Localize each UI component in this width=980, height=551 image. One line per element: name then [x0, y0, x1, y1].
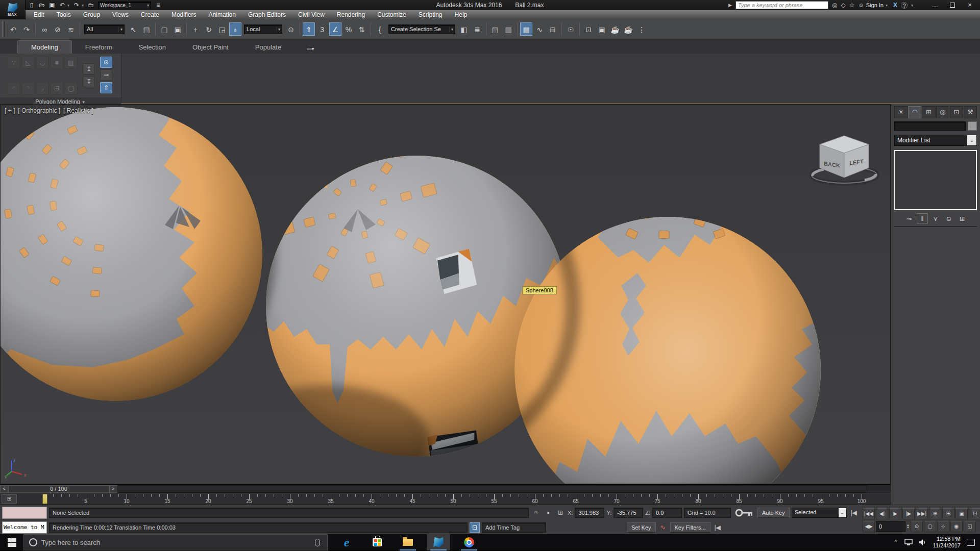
- selection-lock-icon[interactable]: ▪: [543, 509, 553, 516]
- unlink-selection-button[interactable]: ⊘: [52, 22, 64, 36]
- scrubber-track[interactable]: [117, 485, 867, 493]
- show-end-result-button[interactable]: ⇑: [100, 82, 112, 93]
- new-scene-button[interactable]: ▯: [27, 1, 37, 10]
- menu-item[interactable]: Help: [449, 11, 474, 18]
- x-coordinate-field[interactable]: 301.983: [575, 508, 604, 518]
- maximize-viewport-button[interactable]: ◱: [964, 521, 976, 532]
- undo-scene-button[interactable]: ↶: [57, 1, 67, 10]
- menu-item[interactable]: Create: [135, 11, 165, 18]
- go-to-start-button[interactable]: |◀◀: [863, 508, 875, 519]
- coordinate-system-dropdown[interactable]: Local▾: [244, 24, 282, 34]
- window-crossing-button[interactable]: ▣: [172, 22, 184, 36]
- menu-item[interactable]: Scripting: [412, 11, 449, 18]
- curve-editor-button[interactable]: ∿: [533, 22, 546, 36]
- render-iterative-button[interactable]: ☕: [622, 22, 634, 36]
- select-by-name-button[interactable]: ▤: [140, 22, 153, 36]
- microphone-icon[interactable]: [315, 539, 320, 546]
- rendered-frame-button[interactable]: ▣: [596, 22, 608, 36]
- select-object-button[interactable]: ↖: [127, 22, 139, 36]
- new-key-settings-icon[interactable]: ∿: [658, 523, 668, 531]
- auto-key-button[interactable]: Auto Key: [757, 508, 790, 518]
- isolate-selection-toggle[interactable]: ⊡: [470, 522, 480, 533]
- render-flyout-button[interactable]: ⋮: [635, 22, 648, 36]
- infocenter-search-input[interactable]: [736, 1, 828, 9]
- zoom-extents-all-button[interactable]: ⊡: [969, 508, 980, 519]
- tab-create[interactable]: ☀: [894, 106, 908, 118]
- help-icon[interactable]: ?: [901, 2, 908, 9]
- maxscript-mini-listener[interactable]: Welcome to M: [2, 521, 47, 534]
- key-step-start-button[interactable]: |◀: [849, 509, 859, 516]
- set-key-button[interactable]: Set Key: [627, 522, 656, 533]
- action-center-icon[interactable]: [967, 539, 975, 546]
- align-button[interactable]: ≣: [471, 22, 483, 36]
- frame-forward-button[interactable]: >: [109, 485, 117, 493]
- tab-modify[interactable]: ◠: [908, 106, 921, 118]
- toolbar-grip[interactable]: [2, 21, 5, 37]
- ribbon-tab[interactable]: Modeling: [17, 40, 72, 54]
- help-dropdown-arrow[interactable]: ▾: [911, 3, 915, 8]
- close-button[interactable]: ×: [967, 2, 973, 8]
- pan-button[interactable]: ⊹: [937, 521, 949, 532]
- ribbon-tab[interactable]: Selection: [126, 41, 179, 54]
- qat-customize-button[interactable]: ≡: [153, 1, 163, 10]
- redo-button[interactable]: ↷: [20, 22, 33, 36]
- taskbar-chrome-button[interactable]: [457, 534, 481, 550]
- spinner-snap-button[interactable]: ⇅: [356, 22, 368, 36]
- zoom-extents-button[interactable]: ▣: [955, 508, 968, 519]
- configure-modifier-sets-button[interactable]: ⊞: [957, 213, 968, 223]
- mirror-button[interactable]: ◧: [458, 22, 470, 36]
- softsel-button[interactable]: ◯: [64, 82, 78, 94]
- render-setup-button[interactable]: ⊡: [582, 22, 595, 36]
- sign-in-button[interactable]: ☺ Sign In ▾: [859, 2, 890, 8]
- snaps-toggle-button[interactable]: ∠: [329, 22, 341, 36]
- time-configuration-button[interactable]: ⊙: [911, 521, 923, 532]
- menu-item[interactable]: Animation: [203, 11, 242, 18]
- save-file-button[interactable]: ▣: [47, 1, 57, 10]
- frame-spinner[interactable]: ▲▼: [906, 524, 910, 529]
- previous-frame-button[interactable]: ◀|: [876, 508, 888, 519]
- remove-modifier-button[interactable]: ⊖: [943, 213, 954, 223]
- hidden-icons-button[interactable]: ⌃: [894, 539, 898, 546]
- perspective-viewport[interactable]: [ + ] [ Orthographic ] [ Realistic ] Sph…: [0, 104, 891, 484]
- key-filters-button[interactable]: Key Filters...: [670, 522, 710, 533]
- select-and-link-button[interactable]: ∞: [38, 22, 51, 36]
- menu-item[interactable]: Graph Editors: [242, 11, 292, 18]
- taskbar-file-explorer-button[interactable]: [396, 534, 420, 550]
- mini-curve-editor-button[interactable]: ⊞: [2, 494, 17, 504]
- select-rotate-button[interactable]: ↻: [203, 22, 215, 36]
- minimize-button[interactable]: [932, 2, 938, 8]
- volume-icon[interactable]: [919, 539, 927, 546]
- ribbon-config-button[interactable]: ▭▾: [304, 44, 317, 54]
- collapse-down-button[interactable]: ↧: [83, 76, 95, 87]
- network-icon[interactable]: [904, 539, 913, 546]
- time-slider[interactable]: [42, 494, 47, 504]
- undo-button[interactable]: ↶: [7, 22, 19, 36]
- ribbon-tab[interactable]: Populate: [242, 41, 295, 54]
- preview-multi-button[interactable]: ◝: [21, 82, 35, 94]
- layer-explorer-button[interactable]: ▥: [502, 22, 514, 36]
- toggle-command-panel-button[interactable]: ⊙: [100, 57, 112, 68]
- bind-to-spacewarp-button[interactable]: ≋: [65, 22, 77, 36]
- undo-flyout-arrow[interactable]: ▾: [67, 3, 71, 8]
- select-manipulate-button[interactable]: ⇑: [303, 22, 315, 36]
- play-button[interactable]: ▶: [889, 508, 901, 519]
- go-to-end-button[interactable]: ▶▶|: [916, 508, 928, 519]
- key-set-dropdown[interactable]: Selected ⌄: [792, 508, 847, 518]
- keyboard-override-button[interactable]: 3: [316, 22, 328, 36]
- redo-flyout-arrow[interactable]: ▾: [82, 3, 86, 8]
- menu-item[interactable]: Tools: [51, 11, 77, 18]
- taskbar-clock[interactable]: 12:58 PM 11/24/2017: [933, 536, 961, 549]
- menu-item[interactable]: Customize: [371, 11, 412, 18]
- viewport-menu-plus[interactable]: [ + ]: [5, 107, 15, 114]
- taskbar-3dsmax-button[interactable]: [427, 534, 450, 550]
- vertex-mode-button[interactable]: ∵: [7, 57, 20, 69]
- viewcube[interactable]: BACK LEFT: [808, 129, 880, 186]
- object-name-field[interactable]: [894, 121, 966, 131]
- frame-display[interactable]: 0 / 100: [8, 485, 109, 493]
- menu-item[interactable]: Views: [106, 11, 135, 18]
- region-zoom-button[interactable]: ▢: [924, 521, 936, 532]
- taskbar-edge-button[interactable]: e: [335, 534, 358, 550]
- collapse-up-button[interactable]: ↥: [83, 63, 95, 74]
- viewport-menu-shading[interactable]: [ Realistic ]: [63, 107, 93, 114]
- z-coordinate-field[interactable]: 0.0: [652, 508, 682, 518]
